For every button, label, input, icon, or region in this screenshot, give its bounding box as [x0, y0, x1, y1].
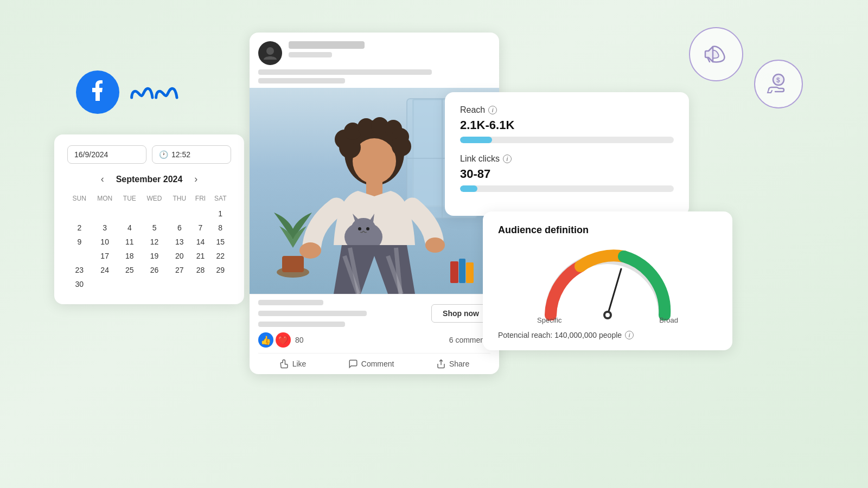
shop-now-button[interactable]: Shop now: [431, 304, 490, 323]
calendar-day-1[interactable]: 1: [209, 207, 231, 221]
link-clicks-info-icon[interactable]: i: [503, 155, 512, 163]
specific-label: Specific: [537, 316, 562, 324]
date-value: 16/9/2024: [74, 150, 108, 159]
svg-point-28: [366, 227, 369, 230]
svg-point-27: [358, 227, 361, 230]
day-tue: TUE: [118, 192, 141, 207]
calendar-day-5[interactable]: 5: [141, 221, 168, 235]
svg-rect-8: [459, 259, 465, 283]
date-input[interactable]: 16/9/2024: [67, 145, 146, 164]
facebook-logo: [76, 70, 119, 114]
link-clicks-bar-fill: [460, 185, 477, 192]
post-subtitle-bar: [289, 52, 332, 57]
svg-point-22: [425, 237, 445, 253]
calendar-day-18[interactable]: 18: [118, 249, 141, 263]
calendar-day-20[interactable]: 20: [168, 249, 191, 263]
month-year-label: September 2024: [116, 175, 183, 184]
potential-reach-text: Potencial reach: 140,000,000 people: [498, 331, 622, 339]
svg-point-21: [299, 242, 321, 259]
share-icon: [436, 359, 446, 369]
reach-info-icon[interactable]: i: [488, 106, 497, 114]
calendar-day-9[interactable]: 9: [67, 235, 92, 249]
calendar-day-15[interactable]: 15: [209, 235, 231, 249]
comment-label: Comment: [361, 359, 394, 368]
calendar-day-14[interactable]: 14: [191, 235, 209, 249]
calendar-day-12[interactable]: 12: [141, 235, 168, 249]
megaphone-icon: [701, 39, 731, 69]
megaphone-circle: [689, 27, 743, 81]
money-hand-icon: $: [764, 70, 793, 98]
calendar-day-19[interactable]: 19: [141, 249, 168, 263]
calendar-day-8[interactable]: 8: [209, 221, 231, 235]
calendar-day-10[interactable]: 10: [92, 235, 118, 249]
stats-card: Reach i 2.1K-6.1K Link clicks i 30-87: [445, 92, 689, 216]
calendar-day-3[interactable]: 3: [92, 221, 118, 235]
post-text-bar1: [258, 69, 432, 75]
calendar-day-29[interactable]: 29: [209, 263, 231, 277]
audience-card: Audience definition Specific Broad Poten…: [483, 211, 732, 350]
calendar-empty: [67, 207, 92, 221]
calendar-empty: [92, 207, 118, 221]
calendar-day-25[interactable]: 25: [118, 263, 141, 277]
link-clicks-bar-track: [460, 185, 674, 192]
day-mon: MON: [92, 192, 118, 207]
calendar-day-4[interactable]: 4: [118, 221, 141, 235]
day-fri: FRI: [191, 192, 209, 207]
time-value: 12:52: [171, 150, 190, 159]
meta-logo: [128, 76, 182, 108]
calendar-day-13[interactable]: 13: [168, 235, 191, 249]
calendar-empty: [209, 277, 231, 291]
calendar-empty: [118, 207, 141, 221]
potential-reach-info-icon[interactable]: i: [625, 331, 634, 339]
calendar-day-7[interactable]: 7: [191, 221, 209, 235]
comment-action-button[interactable]: Comment: [348, 359, 394, 369]
post-cta-bar2: [258, 311, 367, 316]
like-icon: 👍: [258, 332, 273, 348]
broad-label: Broad: [659, 316, 678, 324]
post-username-bar: [289, 41, 365, 49]
calendar-empty: [191, 207, 209, 221]
calendar-day-11[interactable]: 11: [118, 235, 141, 249]
thumbs-up-icon: [279, 359, 289, 369]
day-sat: SAT: [209, 192, 231, 207]
svg-point-1: [266, 47, 274, 55]
svg-point-19: [392, 137, 411, 156]
calendar-empty: [92, 277, 118, 291]
calendar-empty: [168, 207, 191, 221]
calendar-day-24[interactable]: 24: [92, 263, 118, 277]
like-label: Like: [292, 359, 307, 368]
logos-container: [76, 70, 182, 114]
calendar-empty: [168, 277, 191, 291]
calendar-day-27[interactable]: 27: [168, 263, 191, 277]
calendar-empty: [191, 277, 209, 291]
money-circle: $: [754, 60, 803, 108]
heart-icon: ❤️: [276, 332, 291, 348]
like-action-button[interactable]: Like: [279, 359, 307, 369]
link-clicks-value: 30-87: [460, 167, 674, 181]
calendar-day-22[interactable]: 22: [209, 249, 231, 263]
audience-title: Audience definition: [498, 224, 717, 236]
share-label: Share: [449, 359, 469, 368]
next-month-button[interactable]: ›: [191, 172, 201, 186]
reach-bar-track: [460, 137, 674, 143]
calendar-empty: [141, 207, 168, 221]
calendar-day-6[interactable]: 6: [168, 221, 191, 235]
link-clicks-label: Link clicks: [460, 154, 500, 164]
day-thu: THU: [168, 192, 191, 207]
calendar-day-2[interactable]: 2: [67, 221, 92, 235]
calendar-day-26[interactable]: 26: [141, 263, 168, 277]
comment-icon: [348, 359, 358, 369]
calendar-day-28[interactable]: 28: [191, 263, 209, 277]
share-action-button[interactable]: Share: [436, 359, 469, 369]
time-input[interactable]: 🕐 12:52: [152, 145, 231, 164]
prev-month-button[interactable]: ‹: [98, 172, 107, 186]
calendar-widget: 16/9/2024 🕐 12:52 ‹ September 2024 › SUN…: [54, 134, 244, 304]
post-text-bar2: [258, 78, 345, 84]
calendar-empty: [67, 249, 92, 263]
calendar-empty: [118, 277, 141, 291]
calendar-day-23[interactable]: 23: [67, 263, 92, 277]
calendar-day-21[interactable]: 21: [191, 249, 209, 263]
calendar-day-17[interactable]: 17: [92, 249, 118, 263]
calendar-day-30[interactable]: 30: [67, 277, 92, 291]
post-cta-bar3: [258, 322, 345, 327]
